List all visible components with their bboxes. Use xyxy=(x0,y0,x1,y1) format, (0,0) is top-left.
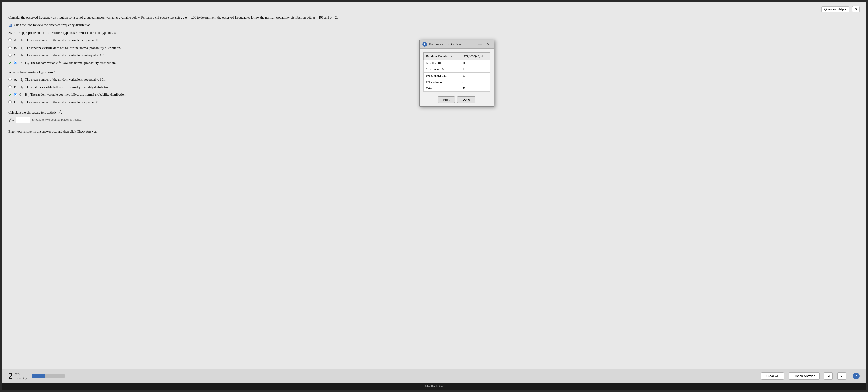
alt-option-b-text: H1: The random variable follows the norm… xyxy=(20,85,110,90)
table-row: 101 to under 121 19 xyxy=(423,72,490,79)
alt-option-b-letter: B. xyxy=(14,85,18,90)
prev-button[interactable]: ◄ xyxy=(824,372,833,380)
null-hypothesis-question: State the appropriate null and alternati… xyxy=(8,31,860,35)
next-button[interactable]: ► xyxy=(837,372,846,380)
table-cell-frequency: 6 xyxy=(460,79,490,85)
table-cell-variable: 121 and more xyxy=(423,79,460,85)
table-header-variable: Random Variable, x xyxy=(423,53,460,60)
alt-option-a-text: H1: The mean number of the random variab… xyxy=(20,77,106,83)
checkmark-icon: ✔ xyxy=(8,60,11,66)
alt-radio-c[interactable] xyxy=(14,93,17,96)
null-option-b-text: H0: The random variable does not follow … xyxy=(20,45,121,51)
table-row-total: Total 50 xyxy=(423,85,490,92)
table-cell-total-value: 50 xyxy=(460,85,490,92)
chi-square-note: (Round to two decimal places as needed.) xyxy=(32,118,83,122)
alt-radio-a[interactable] xyxy=(8,78,11,81)
null-radio-c[interactable] xyxy=(8,54,11,57)
chi-square-input[interactable] xyxy=(16,117,30,123)
parts-remaining: 2 parts remaining xyxy=(8,372,27,380)
modal-close-button[interactable]: ✕ xyxy=(485,42,491,46)
alt-option-d-letter: D. xyxy=(14,100,18,105)
alt-radio-b[interactable] xyxy=(8,85,11,89)
table-cell-frequency: 19 xyxy=(460,72,490,79)
parts-label-line2: remaining xyxy=(14,376,27,380)
parts-label-line1: parts xyxy=(14,372,27,376)
question-help-button[interactable]: Question Help ▾ xyxy=(822,6,849,12)
alt-radio-d[interactable] xyxy=(8,100,11,103)
table-cell-total-label: Total xyxy=(423,85,460,92)
clear-all-button[interactable]: Clear All xyxy=(761,372,784,380)
table-row: Less than 81 11 xyxy=(423,60,490,66)
chi-square-label: χ2 = xyxy=(8,117,14,122)
checkmark-icon-alt: ✔ xyxy=(8,92,11,98)
grid-icon: ⊞ xyxy=(8,23,12,28)
table-cell-frequency: 14 xyxy=(460,66,490,72)
bottom-bar: 2 parts remaining Clear All Check Answer… xyxy=(2,369,866,383)
problem-statement: Consider the observed frequency distribu… xyxy=(8,15,860,20)
parts-number: 2 xyxy=(8,372,13,380)
modal-minimize-button[interactable]: — xyxy=(477,42,483,46)
done-button[interactable]: Done xyxy=(457,96,475,103)
null-option-d-text: H0: The random variable follows the norm… xyxy=(25,60,116,66)
modal-footer: Print Done xyxy=(420,94,494,106)
check-answer-button[interactable]: Check Answer xyxy=(789,372,819,380)
null-radio-d[interactable] xyxy=(14,61,17,64)
progress-bar xyxy=(32,374,65,378)
null-option-c-letter: C. xyxy=(14,53,18,59)
frequency-distribution-modal: i Frequency distribution — ✕ Random Vari… xyxy=(419,39,494,106)
null-option-d-letter: D. xyxy=(19,60,24,66)
null-radio-b[interactable] xyxy=(8,46,11,49)
table-header-frequency: Frequency, fo ⊡ xyxy=(460,53,490,60)
null-option-a-letter: A. xyxy=(14,38,18,43)
help-circle-icon[interactable]: ? xyxy=(853,373,860,379)
print-button[interactable]: Print xyxy=(438,96,455,103)
table-cell-frequency: 11 xyxy=(460,60,490,66)
table-cell-variable: 101 to under 121 xyxy=(423,72,460,79)
dropdown-icon: ▾ xyxy=(845,7,846,11)
null-radio-a[interactable] xyxy=(8,38,11,41)
alt-option-d-text: H1: The mean number of the random variab… xyxy=(20,100,101,105)
modal-header: i Frequency distribution — ✕ xyxy=(420,40,494,49)
click-icon-text: Click the icon to view the observed freq… xyxy=(14,23,91,27)
modal-info-icon: i xyxy=(422,42,427,46)
table-cell-variable: Less than 81 xyxy=(423,60,460,66)
chi-square-question: Calculate the chi-square test statistic,… xyxy=(8,110,860,115)
copy-icon[interactable]: ⊡ xyxy=(481,55,483,57)
table-row: 121 and more 6 xyxy=(423,79,490,85)
frequency-table: Random Variable, x Frequency, fo ⊡ Less … xyxy=(423,53,490,92)
table-row: 81 to under 101 14 xyxy=(423,66,490,72)
null-option-c-text: H0: The mean number of the random variab… xyxy=(20,53,106,59)
modal-overlay: i Frequency distribution — ✕ Random Vari… xyxy=(419,39,494,106)
modal-body: Random Variable, x Frequency, fo ⊡ Less … xyxy=(420,49,494,94)
alt-option-c-letter: C. xyxy=(19,92,24,98)
macbook-label: MacBook Air xyxy=(2,383,866,390)
answer-instruction: Enter your answer in the answer box and … xyxy=(8,130,860,134)
alt-option-a-letter: A. xyxy=(14,77,18,83)
modal-title: Frequency distribution xyxy=(429,42,475,46)
table-cell-variable: 81 to under 101 xyxy=(423,66,460,72)
gear-icon: ⚙ xyxy=(854,7,858,11)
null-option-a-text: H0: The mean number of the random variab… xyxy=(20,38,101,43)
question-help-label: Question Help xyxy=(825,7,844,11)
settings-button[interactable]: ⚙ xyxy=(852,6,860,12)
alt-option-c-text: H1: The random variable does not follow … xyxy=(25,92,126,98)
progress-bar-fill xyxy=(32,374,45,378)
null-option-b-letter: B. xyxy=(14,45,18,51)
